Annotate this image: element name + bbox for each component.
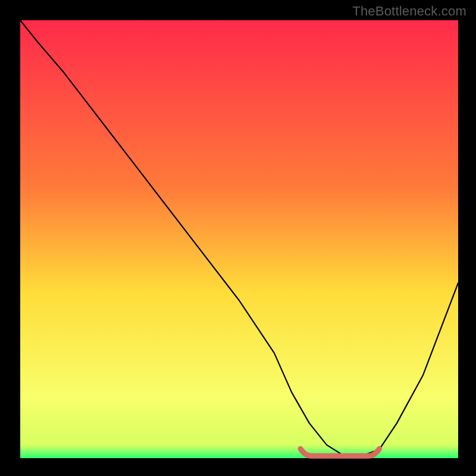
bottleneck-chart: [0, 0, 476, 476]
gradient-background: [20, 20, 458, 458]
watermark-text: TheBottleneck.com: [352, 4, 466, 19]
chart-container: { "watermark": "TheBottleneck.com", "col…: [0, 0, 476, 476]
